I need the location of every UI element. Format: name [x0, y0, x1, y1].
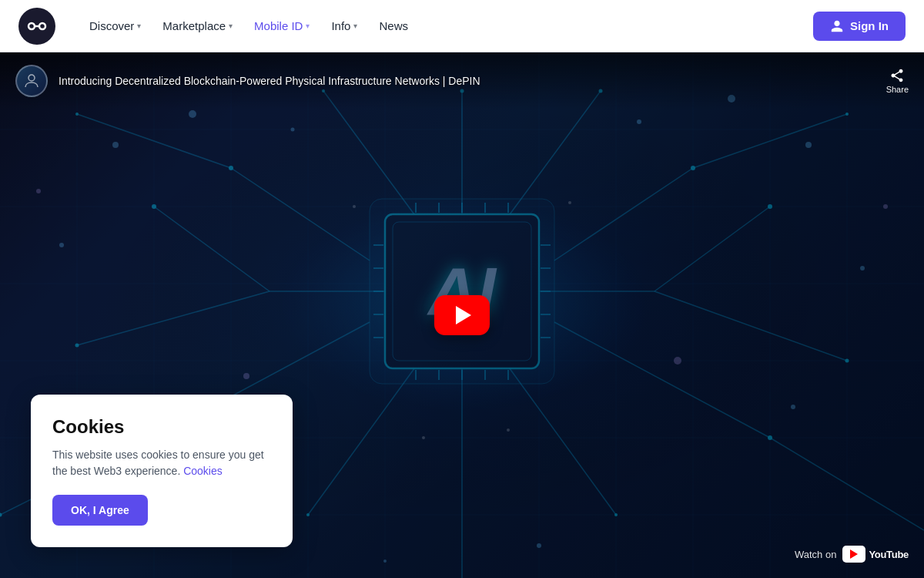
svg-point-44: [75, 344, 79, 348]
svg-point-69: [637, 119, 641, 124]
channel-icon: [15, 65, 48, 97]
svg-point-102: [28, 75, 35, 81]
youtube-icon: [842, 546, 865, 563]
watch-on-youtube[interactable]: Watch on YouTube: [795, 546, 909, 563]
main-nav: Discover ▾ Marketplace ▾ Mobile ID ▾ Inf…: [80, 13, 813, 39]
svg-point-67: [383, 560, 387, 563]
cookie-title: Cookies: [52, 416, 271, 438]
svg-point-73: [36, 189, 41, 193]
watch-on-label: Watch on: [795, 549, 836, 560]
video-title: Introducing Decentralized Blockchain-Pow…: [59, 75, 875, 87]
user-icon: [830, 19, 844, 33]
share-button[interactable]: Share: [886, 68, 909, 94]
svg-point-61: [805, 142, 812, 148]
header: Discover ▾ Marketplace ▾ Mobile ID ▾ Inf…: [0, 0, 924, 52]
svg-point-77: [507, 428, 510, 432]
svg-point-58: [112, 142, 119, 148]
cookie-banner: Cookies This website uses cookies to ens…: [31, 395, 293, 547]
play-triangle-icon: [456, 306, 471, 324]
svg-point-49: [845, 359, 849, 363]
video-container: AI: [0, 52, 924, 578]
svg-point-76: [422, 436, 425, 439]
svg-point-46: [75, 113, 79, 116]
share-label: Share: [886, 85, 909, 94]
youtube-logo: YouTube: [842, 546, 909, 563]
svg-point-66: [537, 543, 541, 548]
svg-point-1: [39, 23, 45, 29]
svg-point-45: [229, 166, 233, 170]
info-chevron-icon: ▾: [353, 22, 357, 30]
svg-point-75: [568, 201, 571, 204]
svg-point-0: [28, 23, 35, 29]
svg-point-56: [306, 513, 310, 516]
svg-point-68: [291, 128, 295, 132]
svg-point-43: [152, 204, 156, 209]
nav-mobile-id[interactable]: Mobile ID ▾: [245, 13, 319, 39]
cookie-body: This website uses cookies to ensure you …: [52, 447, 271, 479]
nav-news[interactable]: News: [370, 13, 417, 39]
svg-point-72: [883, 204, 888, 209]
cookie-link[interactable]: Cookies: [183, 465, 223, 477]
nav-marketplace[interactable]: Marketplace ▾: [153, 13, 242, 39]
cookie-agree-button[interactable]: OK, I Agree: [52, 495, 148, 526]
share-icon: [889, 68, 905, 83]
svg-point-57: [614, 513, 618, 516]
svg-point-74: [353, 205, 356, 208]
logo[interactable]: [18, 8, 55, 45]
svg-point-70: [243, 373, 249, 379]
youtube-play-icon: [850, 549, 858, 559]
svg-point-51: [845, 113, 849, 116]
youtube-text: YouTube: [869, 549, 909, 560]
svg-point-60: [189, 110, 196, 118]
svg-point-62: [860, 266, 865, 271]
svg-point-59: [59, 243, 64, 247]
svg-point-65: [791, 405, 795, 409]
discover-chevron-icon: ▾: [137, 22, 141, 30]
nav-info[interactable]: Info ▾: [322, 13, 367, 39]
svg-point-52: [768, 435, 772, 440]
svg-point-50: [691, 166, 695, 170]
svg-point-48: [768, 204, 772, 209]
nav-discover[interactable]: Discover ▾: [80, 13, 150, 39]
sign-in-button[interactable]: Sign In: [813, 12, 906, 41]
video-top-bar: Introducing Decentralized Blockchain-Pow…: [0, 52, 924, 109]
svg-point-71: [674, 357, 681, 365]
marketplace-chevron-icon: ▾: [229, 22, 233, 30]
mobileid-chevron-icon: ▾: [306, 22, 310, 30]
play-button[interactable]: [434, 295, 490, 335]
